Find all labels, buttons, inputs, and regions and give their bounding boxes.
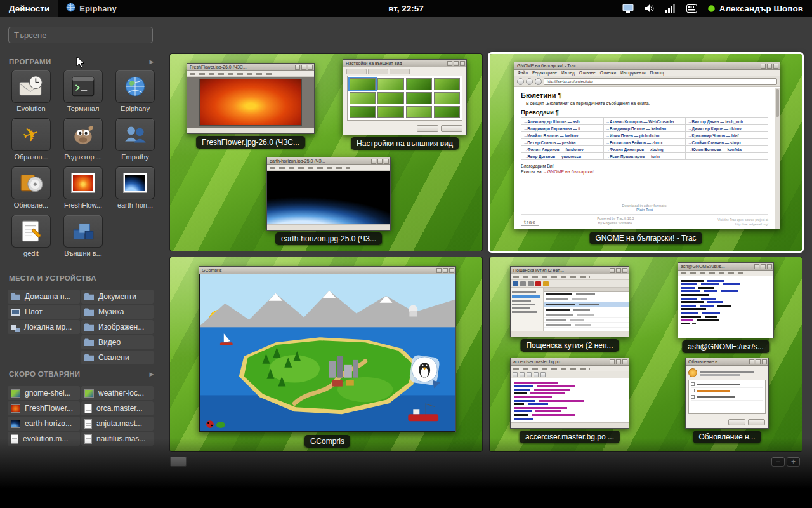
volume-icon[interactable] [645, 0, 655, 17]
back-button[interactable] [517, 78, 524, 85]
translator-cell[interactable]: →Ивайло Вълков — ivalkov [521, 132, 604, 139]
app-epiphany[interactable]: Epiphany [109, 70, 161, 112]
checkbox[interactable] [691, 389, 695, 392]
place-downloads[interactable]: Свалени [81, 351, 154, 364]
app-gcompris[interactable]: ✈ Образов... [5, 118, 57, 161]
workspace-3[interactable]: GCompris [170, 257, 482, 451]
translator-cell[interactable]: →Филип Андонов — fandonov [521, 146, 604, 153]
place-local-network[interactable]: Локална мр... [8, 320, 80, 334]
user-menu[interactable]: Александър Шопов [708, 4, 803, 13]
place-video[interactable]: Видео [81, 335, 154, 349]
recent-expander-icon[interactable]: ▸ [150, 370, 154, 378]
translator-cell[interactable]: →Ростислав Райков — zbrox [603, 139, 686, 146]
window-trac-browser[interactable]: GNOME на български! - Trac Файл Редактир… [514, 62, 780, 229]
gimp-icon [63, 118, 103, 151]
window-freshflower[interactable]: FreshFlower.jpg-26.0 (ЧЗС... [187, 63, 315, 134]
place-music[interactable]: Музика [81, 305, 154, 319]
place-pictures[interactable]: Изображен... [81, 320, 154, 334]
place-label: Домашна п... [25, 292, 71, 301]
translator-cell[interactable]: →Атанас Кошаров — WebCrusader [603, 118, 686, 125]
install-button[interactable] [748, 419, 765, 425]
window-terminal[interactable]: ash@GNOME:/usr/s... [678, 262, 774, 338]
forward-button[interactable] [526, 78, 533, 85]
translator-cell[interactable]: →Красимир Чонов — bfaf [686, 132, 768, 139]
menu-item[interactable]: Файл [518, 70, 528, 75]
recent-evolution-file[interactable]: evolution.m... [8, 432, 80, 446]
translator-cell[interactable]: →Димитър Киров — dkirov [686, 125, 768, 132]
app-terminal[interactable]: Терминал [57, 70, 109, 112]
network-signal-icon[interactable] [665, 0, 676, 17]
checkbox[interactable] [691, 382, 695, 386]
menu-item[interactable]: Отиване [579, 70, 596, 75]
menu-item[interactable]: Редактиране [532, 70, 557, 75]
display-icon[interactable] [622, 0, 634, 17]
keyboard-input-icon[interactable] [686, 0, 697, 17]
message-row [544, 323, 629, 328]
menu-item[interactable]: Инструменти [620, 70, 646, 75]
menu-item[interactable]: Помощ [650, 70, 664, 75]
search-input[interactable] [8, 27, 153, 43]
activities-button[interactable]: Дейности [0, 0, 58, 17]
table-row: →Александър Шопов — ash →Атанас Кошаров … [521, 118, 768, 125]
menu-item[interactable]: Отметки [600, 70, 616, 75]
window-title: Пощенска кутия (2 неп... [513, 268, 564, 272]
recent-freshflower[interactable]: FreshFlower... [8, 401, 80, 415]
app-earth-image[interactable]: earth-hori... [109, 166, 161, 209]
scrollbar[interactable] [775, 88, 780, 229]
workspace-zoom-out-button[interactable]: − [771, 457, 785, 467]
translator-cell[interactable]: →Юлия Волкова — konfeta [686, 146, 768, 153]
recent-anjuta-master[interactable]: anjuta.mast... [81, 417, 154, 431]
reload-button[interactable] [535, 78, 542, 85]
recent-nautilus-master[interactable]: nautilus.mas... [81, 432, 154, 446]
workspace-2-active[interactable]: GNOME на български! - Trac Файл Редактир… [490, 54, 802, 251]
window-earth[interactable]: earth-horizon.jpg-25.0 (ЧЗ... [266, 157, 391, 231]
window-evolution-mail[interactable]: Пощенска кутия (2 неп... [510, 266, 629, 337]
translator-cell[interactable]: →Александър Шопов — ash [521, 118, 604, 125]
window-gedit[interactable]: accerciser.master.bg.po ... [510, 358, 629, 429]
recent-gnome-shell[interactable]: gnome-shel... [8, 386, 80, 400]
app-external-drives[interactable]: Външни в... [57, 215, 109, 257]
translator-cell[interactable]: →Владимир Петков — kaladan [603, 125, 686, 132]
recent-weather-locations[interactable]: weather-loc... [81, 386, 154, 400]
translator-cell[interactable]: →Стойчо Станчев — stoyo [686, 139, 768, 146]
mail-body [511, 288, 629, 331]
translator-cell[interactable]: →Виктор Дачев — tech_noir [686, 118, 768, 125]
workspace-pager[interactable] [170, 457, 187, 467]
window-gcompris[interactable]: GCompris [199, 266, 456, 432]
recent-orca-master[interactable]: orca.master... [81, 401, 154, 415]
appearance-body [343, 67, 466, 135]
app-freshflower-image[interactable]: FreshFlow... [57, 166, 109, 209]
translator-cell[interactable]: →Владимира Гиргинова — ii [521, 125, 604, 132]
workspace-1[interactable]: FreshFlower.jpg-26.0 (ЧЗС... FreshFlower… [170, 54, 482, 251]
translator-cell[interactable]: →Ясен Праматаров — turin [603, 153, 686, 160]
app-gedit[interactable]: gedit [5, 215, 57, 257]
plain-text-link[interactable]: Plain Text [521, 208, 768, 211]
app-evolution[interactable]: Evolution [5, 70, 57, 112]
workspace-zoom-in-button[interactable]: + [787, 457, 800, 467]
app-empathy[interactable]: Empathy [109, 118, 161, 161]
window-appearance[interactable]: Настройки на външния вид [343, 59, 467, 135]
cancel-button[interactable] [728, 419, 745, 425]
app-menu[interactable]: Epiphany [58, 0, 124, 17]
recent-earth-horizon[interactable]: earth-horizo... [8, 417, 80, 431]
place-documents[interactable]: Документи [81, 290, 154, 304]
team-link[interactable]: →GNOME на български! [543, 170, 594, 174]
translator-cell[interactable]: →Явор Доганов — yavorescu [521, 153, 604, 160]
checkbox[interactable] [691, 395, 695, 399]
window-title: Обновление н... [688, 359, 721, 364]
place-home[interactable]: Домашна п... [8, 290, 80, 304]
menu-item[interactable]: Изглед [561, 70, 575, 75]
app-software-update[interactable]: Обновле... [5, 166, 57, 209]
place-desktop[interactable]: Плот [8, 305, 80, 319]
translator-cell[interactable]: →Илия Пенев — picholicho [603, 132, 686, 139]
url-bar[interactable]: http://fsa-bg.org/project/gtp [544, 78, 777, 85]
translator-cell[interactable]: →Петър Славов — peshka [521, 139, 604, 146]
app-gimp[interactable]: Редактор ... [57, 118, 109, 161]
window-title: ash@GNOME:/usr/s... [681, 264, 725, 269]
translator-cell[interactable]: →Филип Димитров — xboing [603, 146, 686, 153]
programs-expander-icon[interactable]: ▸ [150, 57, 154, 66]
workspace-4[interactable]: Пощенска кутия (2 неп... [490, 257, 802, 451]
clock[interactable]: вт, 22:57 [388, 0, 424, 17]
translator-cell[interactable] [686, 153, 768, 160]
window-software-update[interactable]: Обновление н... [685, 358, 769, 429]
